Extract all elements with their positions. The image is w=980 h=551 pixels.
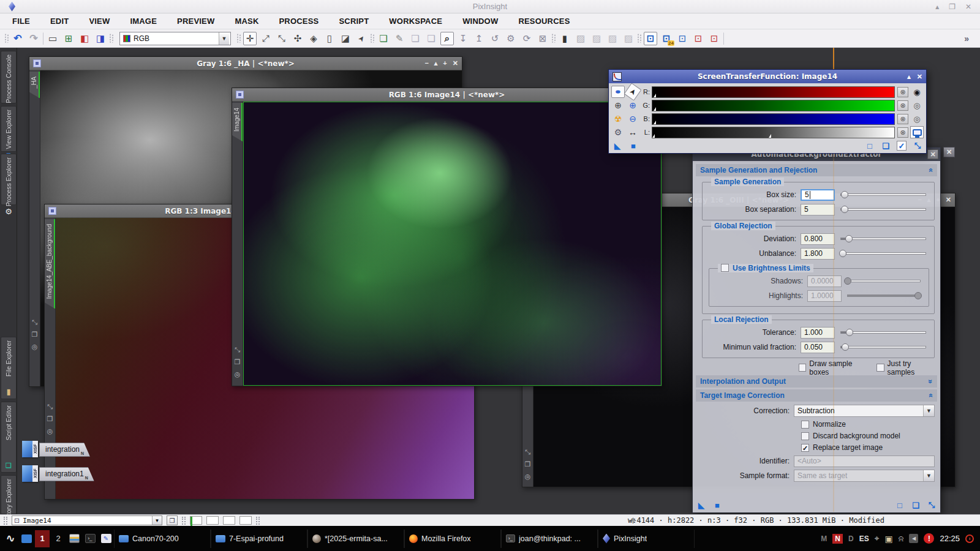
chevron-down-icon[interactable]: ▼ xyxy=(923,405,934,416)
indicator-m[interactable]: M xyxy=(821,534,827,543)
task-terminal[interactable]: ›_ joan@thinkpad: ... xyxy=(501,530,598,548)
thumbnail-slot-3[interactable] xyxy=(223,516,235,525)
volume-icon[interactable]: ◀ xyxy=(909,534,918,543)
background-window-close-button[interactable]: ✕ xyxy=(943,147,955,157)
indicator-n[interactable]: N xyxy=(832,534,843,544)
zoom-to-fit-button[interactable]: ⤡ xyxy=(275,32,288,45)
menu-item[interactable]: MASK xyxy=(235,17,258,26)
blue-transfer-bar[interactable] xyxy=(652,113,895,125)
zoom-out-button[interactable]: ⊖ xyxy=(626,112,641,126)
workspace-2[interactable]: 2 xyxy=(51,530,66,547)
red-transfer-bar[interactable] xyxy=(652,86,895,98)
toolbar-separator[interactable] xyxy=(43,32,43,45)
deviation-input[interactable]: 0.800 xyxy=(801,233,835,245)
new-preview-button[interactable]: ▯ xyxy=(323,32,336,45)
stf-reset-button[interactable]: ⊡ xyxy=(692,32,705,45)
menu-item[interactable]: VIEW xyxy=(89,17,110,26)
view-mode-icon[interactable]: ❐ xyxy=(32,331,38,339)
section-sample-generation-and-rejection[interactable]: Sample Generation and Rejection» xyxy=(696,164,937,176)
extract-red-channel-button[interactable]: ◧ xyxy=(78,32,91,45)
window-delete-button[interactable]: ⊠ xyxy=(536,32,549,45)
dock-tab-script-editor[interactable]: Script Editor ❏ xyxy=(1,402,17,473)
maximize-icon[interactable]: + xyxy=(443,59,447,67)
thumbnail-slot-4[interactable] xyxy=(239,516,252,525)
box-size-input[interactable]: 5 xyxy=(801,189,835,201)
settings-button[interactable]: ⚙ xyxy=(611,126,626,139)
screen-transfer-monitor-button[interactable] xyxy=(910,126,924,138)
drag-handle[interactable] xyxy=(110,34,113,43)
duplicate-view-button[interactable]: ❐ xyxy=(167,515,178,525)
task-canon70-200[interactable]: Canon70-200 xyxy=(114,530,211,548)
menu-item[interactable]: WORKSPACE xyxy=(389,17,442,26)
window-titlebar[interactable]: RGB 1:6 Image14 | <*new*> xyxy=(232,88,662,102)
workspace-1[interactable]: 1 xyxy=(35,530,50,547)
menu-item[interactable]: WINDOW xyxy=(462,17,498,26)
zoom-in-more-button[interactable]: ⊕ xyxy=(626,99,641,112)
menu-item[interactable]: SCRIPT xyxy=(339,17,369,26)
drag-handle[interactable] xyxy=(4,517,7,525)
menu-item[interactable]: FILE xyxy=(12,17,30,26)
dock-tab-history-explorer[interactable]: History Explorer ↺ xyxy=(1,475,17,514)
add-image-icon-button[interactable]: ❏ xyxy=(409,32,422,45)
power-button[interactable]: ı xyxy=(965,534,974,543)
toolbar-overflow-button[interactable]: » xyxy=(964,34,975,43)
black-point-button[interactable]: ☢ xyxy=(611,112,626,126)
stf-24bit-lut-button[interactable]: ⊡24 xyxy=(660,32,673,45)
section-target-image-correction[interactable]: Target Image Correction» xyxy=(696,389,937,402)
menu-item[interactable]: PROCESS xyxy=(279,17,318,26)
replace-target-image-checkbox[interactable]: ✓ xyxy=(801,444,809,452)
abe-dialog[interactable]: AutomaticBackgroundExtractor ✕ Sample Ge… xyxy=(692,147,941,513)
reset-channel-button[interactable]: ⊗ xyxy=(897,127,908,138)
unbalance-slider[interactable] xyxy=(840,249,926,258)
pan-mode-button[interactable]: ◈ xyxy=(307,32,320,45)
view-tab[interactable]: _HA xyxy=(29,72,40,98)
dock-tab-view-explorer[interactable]: View Explorer ■ xyxy=(1,106,17,152)
reset-icon[interactable]: ⤡ xyxy=(913,141,922,151)
zoom-1-1-button[interactable]: ✣ xyxy=(291,32,304,45)
midtone-marker[interactable] xyxy=(769,134,771,138)
undo-button[interactable]: ↶ xyxy=(11,32,24,45)
drag-handle[interactable] xyxy=(182,517,186,525)
notifications-icon[interactable]: ⍾ xyxy=(899,534,904,544)
draw-sample-boxes-checkbox[interactable] xyxy=(799,364,806,372)
menu-item[interactable]: EDIT xyxy=(50,17,69,26)
window-settings-button[interactable]: ⚙ xyxy=(504,32,518,45)
invert-mask-button[interactable]: ▨ xyxy=(606,32,619,45)
alerts-icon[interactable]: ! xyxy=(924,533,934,544)
reset-window-button[interactable]: ↺ xyxy=(488,32,502,45)
image-window-image14[interactable]: RGB 1:6 Image14 | <*new*> Image14 ⤡❐◎ xyxy=(232,88,662,386)
expand-icon[interactable]: » xyxy=(927,380,935,384)
tolerance-slider[interactable] xyxy=(840,328,926,337)
stf-delete-button[interactable]: ⊡ xyxy=(707,32,721,45)
active-view-selector[interactable]: ⊡ Image14 ▼ xyxy=(12,515,162,525)
close-icon[interactable]: ✕ xyxy=(946,196,951,204)
fit-window-button[interactable]: ⤢ xyxy=(259,32,273,45)
menu-item[interactable]: RESOURCES xyxy=(518,17,570,26)
browse-documentation-icon[interactable]: □ xyxy=(865,141,875,151)
green-transfer-bar[interactable] xyxy=(652,100,895,111)
new-icon[interactable]: ❏ xyxy=(881,141,891,151)
view-mode-selector[interactable]: RGB ▼ xyxy=(119,32,231,45)
dock-tab-file-explorer[interactable]: File Explorer ▮ xyxy=(1,337,17,399)
shade-icon[interactable]: ▴ xyxy=(434,59,438,67)
track-view-button[interactable]: ✛ xyxy=(243,32,257,45)
xisf-file-icon[interactable]: XISF xyxy=(22,441,38,457)
view-mode-icon[interactable]: ◎ xyxy=(47,427,53,435)
task-firefox[interactable]: Mozilla Firefox xyxy=(404,530,501,548)
shadow-marker[interactable] xyxy=(652,134,655,138)
chevron-down-icon[interactable]: ▼ xyxy=(152,516,162,525)
drag-handle[interactable] xyxy=(237,34,241,43)
luminance-transfer-bar[interactable] xyxy=(652,127,895,138)
restore-window-button[interactable]: ↥ xyxy=(472,32,486,45)
track-blue-button[interactable]: ◎ xyxy=(910,113,924,125)
clipboard-icon[interactable]: ▣ xyxy=(885,534,893,544)
window-maximize-icon[interactable]: ❐ xyxy=(949,2,956,11)
wm-logo[interactable]: ∿ xyxy=(3,530,18,547)
new-instance-icon[interactable]: ◣ xyxy=(612,141,622,151)
task-gimp[interactable]: *[2025-ermita-sa... xyxy=(307,530,404,548)
view-mode-icon[interactable]: ◎ xyxy=(525,473,531,481)
touchpad-icon[interactable]: ⌖ xyxy=(875,533,880,544)
discard-background-model-checkbox[interactable] xyxy=(801,432,809,440)
menu-item[interactable]: IMAGE xyxy=(130,17,157,26)
chevron-down-icon[interactable]: ▼ xyxy=(219,32,229,45)
